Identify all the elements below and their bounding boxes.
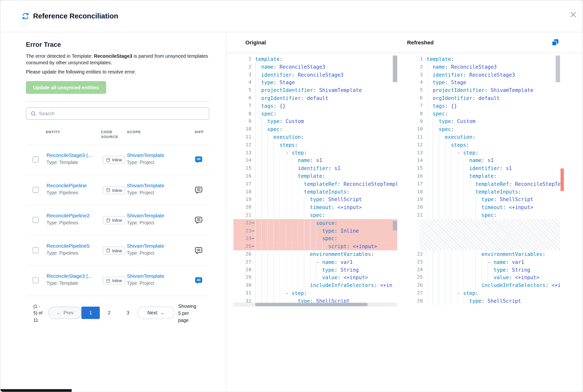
line-number: 5 [233,86,255,94]
entity-cell: ReconcilePipeline Type: Pipelines [46,183,102,196]
code-line-14: 14name: s1 [233,157,397,164]
line-number: 23− [233,227,255,234]
entity-type: Type: Pipelines [46,190,102,196]
page-button-1[interactable]: 1 [81,306,100,319]
scope-type: Type: Project [127,220,185,226]
scope-link[interactable]: ShivamTemplate [127,273,185,279]
refreshed-panel-title: Refreshed [407,39,434,45]
code-line-20: 20timeout: <+input> [405,204,560,211]
desc-template-name: ReconcileStage3 [94,53,132,59]
diff-icon-button[interactable] [194,155,203,164]
code-line-7: 7tags: {} [233,102,397,110]
error-trace-heading: Error Trace [26,41,209,49]
scope-link[interactable]: ShivamTemplate [127,213,185,218]
page-button-2[interactable]: 2 [100,306,119,319]
diff-icon-button[interactable] [194,216,203,225]
row-checkbox[interactable] [33,187,39,193]
scope-link[interactable]: ShivamTemplate [127,183,185,188]
row-checkbox[interactable] [33,247,39,253]
copy-icon [551,38,560,46]
code-line-24: 24type: String [405,266,560,274]
code-line-2: 2name: ReconcileStage3 [233,63,397,71]
search-icon [30,110,36,117]
refreshed-vertical-scrollbar-thumb[interactable] [556,56,560,82]
original-vertical-scrollbar-thumb[interactable] [393,56,398,82]
code-source-label: Inline [112,248,122,253]
line-number: 12 [233,141,255,149]
diff-note-icon [194,216,203,224]
code-line-26: 26environmentVariables: [233,250,397,258]
diff-icon-button[interactable] [194,186,203,194]
code-source-label: Inline [112,188,122,192]
line-number: 3 [233,71,255,78]
code-source-badge: Inline [103,276,125,285]
copy-button[interactable] [551,38,560,46]
table-row-4: ReconcilePipeline5 Type: Pipelines Inlin… [26,236,209,266]
line-number: 25− [233,242,255,250]
update-all-unsynced-entities-button[interactable]: Update all unsynced entities [26,81,106,94]
column-header-code-source: CODE SOURCE [101,130,120,139]
pagination-range: (1 - 5) of 11 [33,303,45,324]
entity-type: Type: Template [46,281,102,286]
code-source-badge: Inline [103,186,125,194]
line-number: 28 [233,266,255,274]
modal-title: Reference Reconciliation [33,12,118,20]
scope-link[interactable]: ShivamTemplate [127,243,185,249]
diff-icon-button[interactable] [194,246,203,255]
code-line-15: 15identifier: s1 [405,164,560,172]
entity-cell: ReconcileStage3 (... Type: Template [46,273,102,286]
original-horizontal-scrollbar-thumb[interactable] [255,303,368,306]
scope-cell: ShivamTemplate Type: Project [127,273,185,286]
line-number: 17 [233,180,255,188]
scope-link[interactable]: ShivamTemplate [127,152,185,158]
code-line-24: 24−spec: [233,234,397,242]
code-line-3: 3identifier: ReconcileStage3 [405,71,560,78]
search-input[interactable] [26,107,209,120]
line-number: 18 [233,188,255,196]
diff-icon-button[interactable] [194,276,203,285]
line-number: 19 [405,196,427,204]
entity-link[interactable]: ReconcilePipeline [46,183,102,188]
page-buttons: 123 [81,302,137,319]
code-line-3: 3identifier: ReconcileStage3 [233,71,397,78]
line-number: 20 [233,204,255,211]
code-line-27: 27- step: [405,290,560,297]
refreshed-code-editor[interactable]: 1template:2name: ReconcileStage33identif… [405,55,560,306]
hatch-pattern [420,219,560,250]
arrow-right-icon: → [160,310,164,315]
entity-link[interactable]: ReconcilePipeline2 [46,213,102,218]
code-source-label: Inline [112,218,122,223]
code-line-30: 30includeInfraSelectors: <+in [233,282,397,289]
line-number: 23 [405,258,427,266]
error-trace-instruction: Please update the following entities to … [26,69,209,75]
line-number: 14 [405,157,427,164]
prev-page-button[interactable]: ←Prev [48,306,81,319]
line-number: 2 [405,63,427,71]
line-number: 27 [233,258,255,266]
row-checkbox[interactable] [33,217,39,223]
error-trace-panel: Error Trace The error detected in Templa… [0,33,226,392]
error-trace-description: The error detected in Template: Reconcil… [26,53,209,66]
pagination-bar: (1 - 5) of 11 ←Prev 123 Next→ Showing 5 … [26,302,209,324]
row-checkbox[interactable] [33,277,39,283]
entity-link[interactable]: ReconcileStage3 (... [46,152,102,158]
entity-type: Type: Pipelines [46,250,102,256]
next-page-button[interactable]: Next→ [137,306,174,319]
next-label: Next [147,310,157,315]
entity-link[interactable]: ReconcileStage3 (... [46,273,102,279]
row-checkbox[interactable] [33,156,39,162]
page-button-3[interactable]: 3 [119,306,137,319]
database-icon [106,248,110,252]
line-number: 31 [233,290,255,297]
original-code-editor[interactable]: 1template:2name: ReconcileStage33identif… [233,55,397,306]
close-icon[interactable] [570,11,577,18]
line-number: 22− [233,219,255,227]
code-line-16: 16template: [233,172,397,180]
code-line-1: 1template: [405,55,560,63]
code-line-22: 22environmentVariables: [405,250,560,258]
entity-link[interactable]: ReconcilePipeline5 [46,243,102,249]
original-horizontal-scrollbar[interactable] [233,302,397,306]
line-number: 21 [233,211,255,219]
entity-type: Type: Pipelines [46,220,102,226]
line-number: 10 [405,126,427,133]
